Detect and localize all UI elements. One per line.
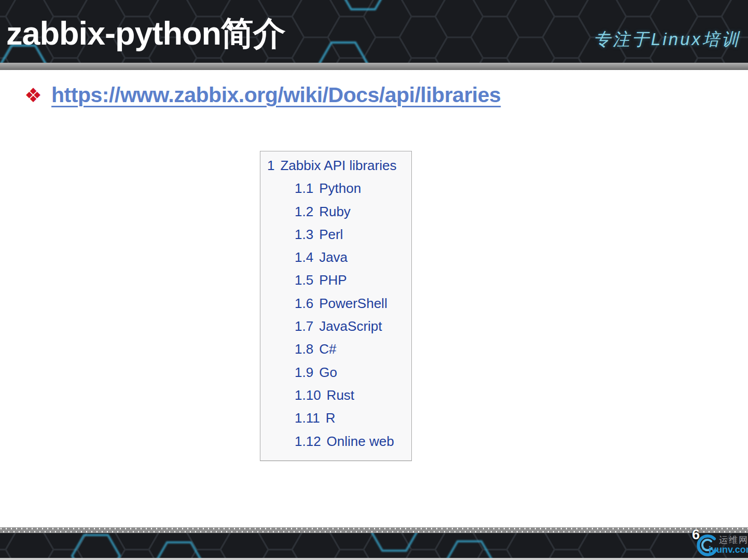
toc-item-number: 1.12 [295,433,321,449]
zabbix-wiki-link[interactable]: https://www.zabbix.org/wiki/Docs/api/lib… [51,81,501,109]
toc-item-php: 1.5PHP [267,269,411,291]
toc-item-rust: 1.10Rust [267,384,411,407]
bullet-row: ❖ https://www.zabbix.org/wiki/Docs/api/l… [24,81,501,110]
page-number: 6 [692,527,700,543]
brand-slogan: 专注于Linux培训 [593,28,741,51]
toc-item-r: 1.11R [267,407,411,429]
toc-item-label: Rust [327,387,354,403]
toc-item-label: PowerShell [319,296,387,311]
footer-hex-band [0,533,748,558]
toc-item-number: 1.6 [295,296,313,311]
toc-item-number: 1.11 [295,410,320,426]
header-divider-bar [0,63,748,70]
toc-item-ruby: 1.2Ruby [267,200,411,223]
toc-item-label: Online web [327,433,394,449]
toc-item-powershell: 1.6PowerShell [267,292,411,315]
toc-item-label: PHP [319,272,347,288]
toc-item-label: Perl [319,227,343,242]
toc-item-go: 1.9Go [267,361,411,384]
toc-item-number: 1.9 [295,365,313,380]
toc-item-csharp: 1.8C# [267,338,411,360]
footer-bottom-strip [0,558,748,560]
toc-item-number: 1.8 [295,341,313,357]
toc-box: 1Zabbix API libraries 1.1Python 1.2Ruby … [260,151,412,461]
toc-item-label: Go [319,365,337,380]
toc-item-javascript: 1.7JavaScript [267,315,411,338]
toc-item-number: 1.10 [295,387,321,403]
toc-item-label: R [326,410,336,426]
toc-item-label: C# [319,341,336,357]
toc-item-number: 1.2 [295,204,313,219]
toc-item-number: 1.3 [295,227,313,242]
hex-pattern-footer [0,533,748,558]
page-title: zabbix-python简介 [6,11,285,56]
toc-heading: 1Zabbix API libraries [267,154,411,177]
toc-item-number: 1.7 [295,318,313,334]
toc-item-number: 1.4 [295,249,313,265]
toc-item-number: 1.1 [295,180,313,196]
toc-item-java: 1.4Java [267,246,411,269]
diamond-bullet-icon: ❖ [24,81,42,110]
toc-item-python: 1.1Python [267,177,411,200]
toc-heading-label: Zabbix API libraries [280,158,396,173]
toc-list: 1Zabbix API libraries 1.1Python 1.2Ruby … [267,154,411,453]
toc-item-label: JavaScript [319,318,382,334]
slide-body: ❖ https://www.zabbix.org/wiki/Docs/api/l… [0,70,748,527]
toc-item-label: Python [319,180,361,196]
toc-item-label: Java [319,249,348,265]
logo-domain-text: iyunv.com [709,544,748,555]
toc-item-label: Ruby [319,204,351,219]
toc-item-perl: 1.3Perl [267,223,411,246]
iyunv-logo: 运维网 iyunv.com [694,532,748,558]
slide: zabbix-python简介 专注于Linux培训 ❖ https://www… [0,0,748,560]
toc-item-number: 1.5 [295,272,313,288]
toc-item-online-web: 1.12Online web [267,430,411,453]
slide-header: zabbix-python简介 专注于Linux培训 [0,0,748,63]
footer-dotted-strip [0,527,748,533]
toc-heading-number: 1 [267,158,274,173]
